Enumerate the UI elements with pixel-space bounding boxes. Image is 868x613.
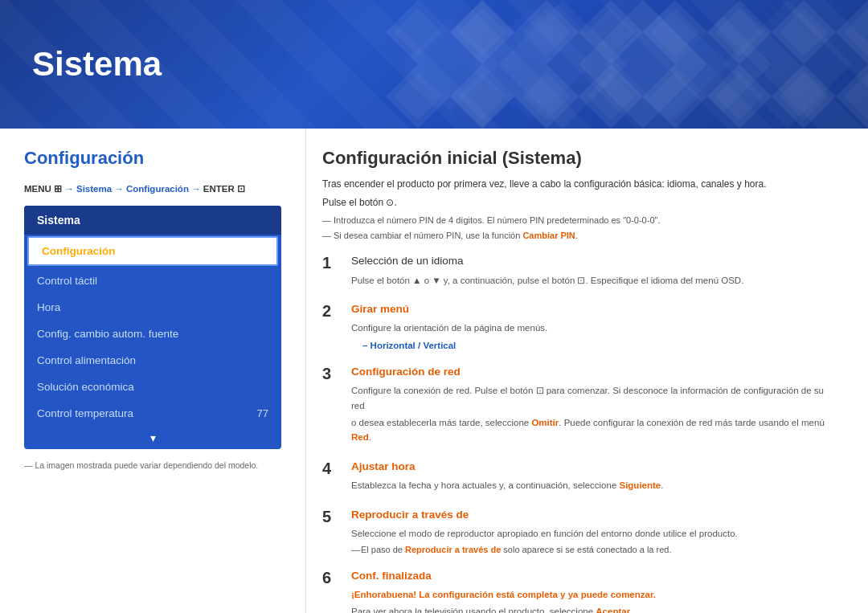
step-3-desc1: Configure la conexión de red. Pulse el b… [351,383,836,413]
step-2-option: – Horizontal / Vertical [351,338,836,353]
menu-item-control-alim[interactable]: Control alimentación [24,347,281,374]
menu-item-solucion[interactable]: Solución económica [24,374,281,400]
menu-box: Sistema Configuración Control táctil Hor… [24,206,281,449]
step-2: 2 Girar menú Configure la orientación de… [322,301,836,353]
siguiente-link[interactable]: Siguiente [619,480,661,490]
step-1-title: Selección de un idioma [351,253,836,269]
step-6: 6 Conf. finalizada ¡Enhorabuena! La conf… [322,568,836,613]
step-5-title: Reproducir a través de [351,507,836,523]
menu-box-header: Sistema [24,206,281,235]
intro-text-2: Pulse el botón ⊙. [322,195,836,210]
right-panel-title: Configuración inicial (Sistema) [322,148,836,169]
omitir-link[interactable]: Omitir [531,418,559,427]
step-4-title: Ajustar hora [351,459,836,475]
step-2-title: Girar menú [351,301,836,317]
step-3: 3 Configuración de red Configure la cone… [322,364,836,447]
left-panel: Configuración MENU ⊞ → Sistema → Configu… [0,129,305,613]
menu-path-config: Configuración [126,184,189,194]
steps-list: 1 Selección de un idioma Pulse el botón … [322,253,836,613]
cambiar-pin-link[interactable]: Cambiar PIN [522,231,575,240]
step-5-sub: El paso de Reproducir a través de solo a… [351,543,836,557]
menu-item-config-cambio[interactable]: Config. cambio autom. fuente [24,321,281,347]
intro-text-1: Tras encender el producto por primera ve… [322,177,836,192]
step-6-desc: Para ver ahora la televisión usando el p… [351,604,836,613]
menu-path-enter: ENTER ⊡ [203,184,245,194]
header-banner: Sistema [0,0,868,129]
step-4: 4 Ajustar hora Establezca la fecha y hor… [322,459,836,496]
step-5: 5 Reproducir a través de Seleccione el m… [322,507,836,557]
menu-path: MENU ⊞ → Sistema → Configuración → ENTER… [24,183,281,194]
step-1-desc: Pulse el botón ▲ o ▼ y, a continuación, … [351,273,836,288]
step-6-highlight: ¡Enhorabuena! La configuración está comp… [351,587,836,602]
footnote: La imagen mostrada puede variar dependie… [24,460,281,470]
step-1: 1 Selección de un idioma Pulse el botón … [322,253,836,290]
red-link[interactable]: Red [351,432,369,442]
menu-label: MENU ⊞ [24,184,62,194]
right-panel: Configuración inicial (Sistema) Tras enc… [305,129,868,613]
step-3-title: Configuración de red [351,364,836,380]
menu-chevron-down[interactable]: ▾ [24,427,281,449]
intro-note-2: Si desea cambiar el número PIN, use la f… [322,229,836,243]
intro-note-1: Introduzca el número PIN de 4 dígitos. E… [322,214,836,227]
diamond-pattern [386,0,868,129]
menu-item-hora[interactable]: Hora [24,294,281,321]
main-content: Configuración MENU ⊞ → Sistema → Configu… [0,129,868,613]
step-4-desc: Establezca la fecha y hora actuales y, a… [351,478,836,492]
step-2-desc: Configure la orientación de la página de… [351,321,836,335]
menu-item-configuracion[interactable]: Configuración [27,236,278,266]
menu-item-control-tactil[interactable]: Control táctil [24,268,281,294]
step-3-desc2: o desea establecerla más tarde, seleccio… [351,415,836,445]
aceptar-link[interactable]: Aceptar [596,607,630,613]
section-title: Configuración [24,148,281,169]
menu-item-control-temp[interactable]: Control temperatura 77 [24,400,281,427]
page-title: Sistema [32,45,162,84]
step-6-title: Conf. finalizada [351,568,836,584]
menu-path-sistema: Sistema [76,184,112,194]
step-5-desc: Seleccione el modo de reproductor apropi… [351,526,836,541]
